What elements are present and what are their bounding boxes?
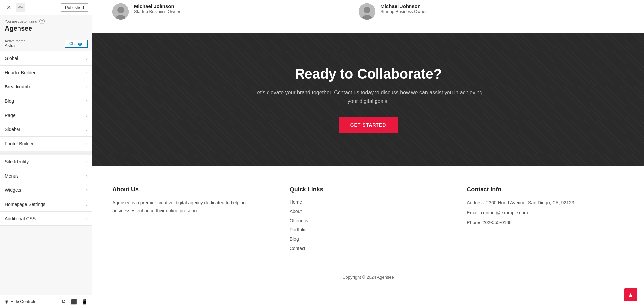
footer-about-heading: About Us	[112, 186, 270, 193]
testimonial-info-2: Michael Johnson Startup Business Owner	[380, 3, 427, 14]
menu-item-footer-builder-label: Footer Builder	[5, 141, 34, 146]
chevron-right-icon: ›	[86, 84, 88, 89]
list-item: Offerings	[290, 218, 447, 223]
footer-link-offerings[interactable]: Offerings	[290, 218, 308, 223]
menu-item-site-identity[interactable]: Site Identity ›	[0, 155, 92, 169]
hide-controls-button[interactable]: ◉ Hide Controls	[5, 299, 36, 304]
mobile-icon: 📱	[81, 299, 88, 304]
footer-contact-heading: Contact Info	[467, 186, 624, 193]
menu-item-global-label: Global	[5, 56, 18, 61]
pencil-icon: ✏	[18, 4, 23, 11]
published-button[interactable]: Published	[61, 3, 88, 12]
list-item: Home	[290, 199, 447, 205]
chevron-right-icon: ›	[86, 98, 88, 104]
menu-item-footer-builder[interactable]: Footer Builder ›	[0, 137, 92, 151]
cta-content: Ready to Collaborate? Let's elevate your…	[112, 66, 624, 133]
menu-item-homepage-settings[interactable]: Homepage Settings ›	[0, 197, 92, 212]
chevron-right-icon: ›	[86, 173, 88, 179]
active-theme-label: Active theme	[5, 39, 26, 43]
chevron-right-icon: ›	[86, 127, 88, 132]
cta-section: Ready to Collaborate? Let's elevate your…	[92, 33, 644, 166]
menu-item-page-label: Page	[5, 113, 16, 118]
menu-item-breadcrumb[interactable]: Breadcrumb ›	[0, 80, 92, 94]
footer-links-col: Quick Links Home About Offerings Portfol…	[290, 186, 447, 255]
footer-link-home[interactable]: Home	[290, 199, 302, 205]
panel-info: You are customizing ? Agensee	[0, 15, 92, 36]
scroll-to-top-icon: ▲	[628, 291, 634, 298]
scroll-to-top-button[interactable]: ▲	[624, 288, 637, 301]
chevron-right-icon: ›	[86, 188, 88, 193]
hide-controls-icon: ◉	[5, 299, 8, 304]
menu-item-blog[interactable]: Blog ›	[0, 94, 92, 108]
footer-link-blog[interactable]: Blog	[290, 236, 299, 242]
testimonial-avatar-2	[359, 3, 375, 20]
cta-heading: Ready to Collaborate?	[112, 66, 624, 82]
menu-item-blog-label: Blog	[5, 98, 14, 104]
footer-link-contact[interactable]: Contact	[290, 246, 305, 251]
desktop-icon: 🖥	[61, 299, 66, 304]
menu-item-page[interactable]: Page ›	[0, 108, 92, 122]
footer-links-heading: Quick Links	[290, 186, 447, 193]
chevron-right-icon: ›	[86, 202, 88, 207]
footer-section: About Us Agensee is a premier creative d…	[92, 166, 644, 268]
theme-name: Astra	[5, 43, 26, 48]
customizer-panel: ✕ ✏ Published You are customizing ? Agen…	[0, 0, 92, 308]
panel-footer: ◉ Hide Controls 🖥 ⬛ 📱	[0, 295, 92, 308]
tablet-icon: ⬛	[70, 299, 77, 304]
copyright-text: Copyright © 2024 Agensee	[342, 275, 394, 280]
cta-description: Let's elevate your brand together. Conta…	[253, 88, 484, 105]
site-name: Agensee	[5, 25, 88, 32]
svg-point-1	[117, 7, 124, 13]
testimonial-avatar-1	[112, 3, 129, 20]
footer-links-list: Home About Offerings Portfolio Blog Cont…	[290, 199, 447, 251]
footer-about-text: Agensee is a premier creative digital ag…	[112, 199, 270, 215]
desktop-view-button[interactable]: 🖥	[61, 298, 66, 305]
chevron-right-icon: ›	[86, 159, 88, 164]
menu-item-widgets-label: Widgets	[5, 188, 21, 193]
testimonials-section: Michael Johnson Startup Business Owner M…	[92, 0, 644, 33]
tablet-view-button[interactable]: ⬛	[70, 298, 77, 305]
svg-point-4	[364, 7, 370, 13]
menu-item-additional-css-label: Additional CSS	[5, 216, 36, 221]
list-item: Contact	[290, 245, 447, 251]
testimonial-name-2: Michael Johnson	[380, 3, 427, 9]
menu-separator	[0, 151, 92, 155]
menu-item-global[interactable]: Global ›	[0, 51, 92, 66]
menu-item-menus-label: Menus	[5, 173, 18, 179]
list-item: About	[290, 208, 447, 214]
help-icon[interactable]: ?	[39, 19, 45, 24]
panel-header: ✕ ✏ Published	[0, 0, 92, 15]
customizing-label: You are customizing ?	[5, 19, 88, 24]
menu-item-sidebar[interactable]: Sidebar ›	[0, 122, 92, 137]
mobile-view-button[interactable]: 📱	[81, 298, 88, 305]
footer-phone: Phone: 202-555-0188	[467, 219, 624, 227]
testimonial-card-2: Michael Johnson Startup Business Owner	[359, 3, 427, 20]
close-button[interactable]: ✕	[4, 3, 13, 12]
edit-button[interactable]: ✏	[16, 3, 25, 12]
menu-item-additional-css[interactable]: Additional CSS ›	[0, 212, 92, 226]
panel-menu: Global › Header Builder › Breadcrumb › B…	[0, 51, 92, 295]
menu-item-header-builder[interactable]: Header Builder ›	[0, 66, 92, 80]
menu-item-homepage-settings-label: Homepage Settings	[5, 202, 45, 207]
list-item: Blog	[290, 236, 447, 242]
close-icon: ✕	[7, 4, 11, 11]
footer-link-portfolio[interactable]: Portfolio	[290, 227, 306, 232]
chevron-right-icon: ›	[86, 141, 88, 146]
theme-info: Active theme Astra	[5, 39, 26, 48]
menu-item-menus[interactable]: Menus ›	[0, 169, 92, 183]
chevron-right-icon: ›	[86, 70, 88, 75]
device-icons: 🖥 ⬛ 📱	[61, 298, 88, 305]
change-theme-button[interactable]: Change	[65, 40, 88, 48]
cta-button[interactable]: GET STARTED	[339, 117, 398, 133]
testimonial-info-1: Michael Johnson Startup Business Owner	[134, 3, 180, 14]
menu-item-widgets[interactable]: Widgets ›	[0, 183, 92, 197]
menu-item-sidebar-label: Sidebar	[5, 127, 20, 132]
hide-controls-label: Hide Controls	[10, 299, 36, 304]
menu-item-breadcrumb-label: Breadcrumb	[5, 84, 30, 89]
footer-link-about[interactable]: About	[290, 209, 302, 214]
footer-email: Email: contact@example.com	[467, 209, 624, 217]
preview-area: Michael Johnson Startup Business Owner M…	[92, 0, 644, 308]
menu-item-header-builder-label: Header Builder	[5, 70, 35, 75]
chevron-right-icon: ›	[86, 216, 88, 221]
testimonial-role-2: Startup Business Owner	[380, 9, 427, 14]
